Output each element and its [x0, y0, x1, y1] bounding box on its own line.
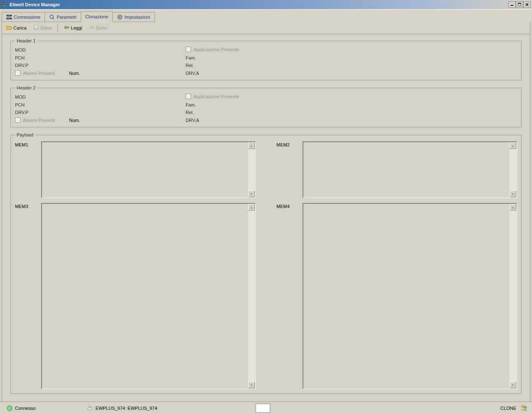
scrollbar[interactable]: ▲ ▼: [248, 204, 255, 388]
drva-label: DRV.A: [186, 118, 199, 123]
fam-label: Fam.: [186, 55, 196, 60]
btn-label: Carica: [13, 25, 27, 30]
save-icon: [33, 25, 39, 31]
mod-label: MOD: [15, 94, 69, 99]
scroll-up-icon[interactable]: ▲: [248, 204, 255, 211]
scrollbar[interactable]: ▲ ▼: [510, 142, 516, 197]
connection-icon: [6, 14, 12, 20]
mem1-textarea[interactable]: ▲ ▼: [41, 141, 256, 198]
fam-label: Fam.: [186, 102, 196, 107]
svg-point-16: [119, 16, 121, 18]
window-title: Eliwell Device Manager: [10, 2, 508, 7]
scroll-up-icon[interactable]: ▲: [248, 142, 255, 149]
mem1-cell: MEM1 ▲ ▼: [15, 141, 256, 198]
allarmi-checkbox: Allarmi Presenti: [15, 117, 69, 123]
checkbox-icon: [186, 47, 191, 52]
drvp-label: DRV.P: [15, 110, 69, 115]
svg-rect-2: [3, 5, 5, 7]
carica-button[interactable]: Carica: [5, 24, 28, 32]
svg-point-22: [522, 405, 524, 408]
header2-legend: Header 2: [15, 85, 37, 90]
scroll-up-icon[interactable]: ▲: [510, 204, 516, 211]
tab-impostazioni[interactable]: Impostazioni: [112, 12, 155, 22]
rel-label: Rel.: [186, 63, 194, 68]
status-device: EWPLUS_974: EWPLUS_974: [96, 406, 157, 411]
tab-connessione[interactable]: Connessione: [2, 12, 45, 22]
scroll-down-icon[interactable]: ▼: [510, 382, 516, 388]
checkbox-icon: [15, 117, 20, 123]
window-controls: [508, 1, 531, 8]
titlebar: Eliwell Device Manager: [0, 0, 532, 9]
tab-label: Impostazioni: [124, 15, 150, 20]
status-connesso: Connesso: [15, 406, 36, 411]
gear-icon: [117, 14, 123, 20]
payload-legend: Payload: [15, 132, 35, 137]
tab-parametri[interactable]: Parametri: [45, 12, 81, 22]
status-clone: CLONE: [500, 406, 516, 411]
header1-group: Header 1 MOD Applicazione Presente PCH F…: [10, 38, 522, 80]
pch-label: PCH: [15, 55, 69, 60]
tab-label: Clonazione: [85, 14, 108, 19]
toolbar: Carica Salva Leggi Scrivi: [2, 22, 530, 34]
app-presente-checkbox: Applicazione Presente: [186, 94, 239, 99]
checkbox-icon: [186, 94, 191, 99]
svg-rect-9: [10, 15, 12, 16]
checkbox-icon: [15, 70, 20, 76]
payload-group: Payload MEM1 ▲ ▼ MEM2 ▲: [10, 132, 522, 394]
mem1-label: MEM1: [15, 141, 38, 198]
tab-clonazione[interactable]: Clonazione: [81, 11, 113, 22]
btn-label: Scrivi: [96, 25, 107, 30]
maximize-button[interactable]: [516, 1, 523, 8]
tab-bar: Connessione Parametri Clonazione Imposta…: [2, 11, 530, 22]
btn-label: Leggi: [71, 25, 82, 30]
mem2-cell: MEM2 ▲ ▼: [276, 141, 517, 198]
svg-rect-18: [35, 25, 37, 27]
close-button[interactable]: [523, 1, 531, 8]
connected-icon: ✓: [7, 405, 12, 411]
salva-button: Salva: [32, 24, 54, 32]
btn-label: Salva: [40, 25, 52, 30]
scrollbar[interactable]: ▲ ▼: [510, 204, 516, 388]
scrollbar[interactable]: ▲ ▼: [248, 142, 255, 197]
scrivi-button: Scrivi: [87, 24, 109, 32]
status-bar: ✓ Connesso EWPLUS_974: EWPLUS_974 CLONE: [0, 402, 532, 414]
folder-open-icon: [6, 25, 12, 31]
svg-rect-0: [2, 2, 4, 4]
svg-rect-8: [7, 15, 9, 16]
svg-line-14: [53, 18, 54, 19]
allarmi-checkbox: Allarmi Presenti: [15, 70, 69, 76]
read-icon: [64, 25, 70, 31]
scroll-up-icon[interactable]: ▲: [510, 142, 516, 149]
mem3-label: MEM3: [15, 203, 38, 389]
header2-group: Header 2 MOD Applicazione Presente PCH F…: [10, 85, 522, 127]
drva-label: DRV.A: [186, 71, 199, 76]
search-icon: [49, 14, 55, 20]
svg-rect-10: [7, 18, 9, 19]
scroll-down-icon[interactable]: ▼: [248, 191, 255, 197]
app-icon: [1, 1, 8, 8]
scroll-down-icon[interactable]: ▼: [248, 382, 255, 388]
pch-label: PCH: [15, 102, 69, 107]
mem3-cell: MEM3 ▲ ▼: [15, 203, 256, 389]
svg-point-20: [91, 26, 94, 29]
svg-point-23: [524, 406, 527, 409]
header1-legend: Header 1: [15, 38, 37, 43]
svg-rect-11: [10, 18, 12, 19]
tab-label: Parametri: [57, 15, 77, 20]
mem4-textarea[interactable]: ▲ ▼: [303, 203, 517, 389]
mod-label: MOD: [15, 47, 69, 52]
mem2-textarea[interactable]: ▲ ▼: [303, 141, 517, 198]
mem2-label: MEM2: [276, 141, 299, 198]
app-presente-checkbox: Applicazione Presente: [186, 47, 239, 52]
tab-label: Connessione: [14, 15, 40, 20]
minimize-button[interactable]: [508, 1, 516, 8]
separator: [57, 24, 58, 32]
scroll-down-icon[interactable]: ▼: [510, 191, 516, 197]
leggi-button[interactable]: Leggi: [62, 24, 84, 32]
users-icon: [520, 404, 528, 412]
svg-point-21: [87, 407, 92, 410]
svg-point-13: [50, 15, 53, 18]
mem3-textarea[interactable]: ▲ ▼: [41, 203, 256, 389]
write-icon: [89, 25, 94, 31]
mem4-cell: MEM4 ▲ ▼: [276, 203, 517, 389]
